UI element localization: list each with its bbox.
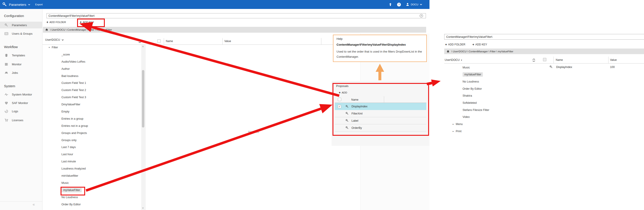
sidebar-collapse-button[interactable]: « [32, 202, 35, 207]
scroll-down-icon[interactable]: ∨ [142, 207, 144, 209]
tree-item[interactable]: Entries not in a group [42, 122, 140, 129]
proposal-row[interactable]: FilterXml [335, 110, 426, 117]
key-row[interactable]: DisplayIndex 100 [541, 64, 644, 70]
tree-item[interactable]: _score [42, 51, 140, 58]
tree-item[interactable]: Author [42, 65, 140, 72]
tree-item[interactable]: Last minute [42, 158, 140, 165]
tree-item[interactable]: minValuefilter [42, 172, 140, 179]
breadcrumb-path[interactable]: \ User\DOCU \ ContentManager \ Filter \ … [452, 50, 513, 53]
tree-node-filter[interactable]: ▾ Filter [42, 44, 140, 51]
tree-item-selected[interactable]: myValueFilter [444, 71, 534, 78]
tree-item[interactable]: Order By Editor [42, 201, 140, 208]
add-key-button[interactable]: + ADD KEY [80, 20, 94, 24]
tree-item[interactable]: DmyValueFilter [42, 101, 140, 108]
column-divider [164, 38, 164, 45]
home-icon[interactable] [446, 50, 450, 53]
proposal-row-selected[interactable]: ✓ DisplayIndex [335, 103, 426, 110]
column-divider [321, 38, 321, 45]
select-all-checkbox[interactable] [543, 58, 546, 61]
path-input[interactable] [444, 34, 644, 40]
tree-item[interactable]: Custom Field Test 3 [42, 94, 140, 101]
tree-item[interactable]: Audio/Video LoRes [42, 58, 140, 65]
tree-item[interactable]: Video [444, 113, 534, 121]
help-icon[interactable]: ? [397, 3, 401, 7]
tree-item[interactable]: Softdeleted [444, 99, 534, 106]
caret-right-icon[interactable]: ▸ [453, 130, 454, 132]
sidebar-item-label: SAF Monitor [12, 101, 28, 105]
sidebar-item-templates[interactable]: Templates [0, 52, 42, 59]
tree-item[interactable]: Music [444, 64, 534, 71]
pulse-icon [4, 93, 8, 96]
tree-root-dropdown[interactable]: User\DOCU [45, 38, 64, 41]
add-folder-button[interactable]: + ADD FOLDER [445, 43, 466, 46]
proposal-row[interactable]: OrderBy [335, 124, 426, 131]
sidebar-item-label: Jobs [12, 71, 18, 75]
path-input[interactable] [46, 13, 426, 18]
clear-input-icon[interactable]: × [420, 14, 423, 18]
column-divider [222, 38, 222, 45]
upload-arrow-icon[interactable] [388, 3, 392, 6]
tree-item[interactable]: Custom Field Test 2 [42, 87, 140, 94]
tree-item[interactable]: Bad loudness [42, 72, 140, 80]
tree-item[interactable]: Loudness Analyzed [42, 165, 140, 172]
tree-item[interactable]: Last hour [42, 151, 140, 158]
sidebar-item-monitor[interactable]: Monitor [0, 61, 42, 68]
breadcrumb-path[interactable]: \ User\DOCU \ ContentManager \ Filter \ … [50, 28, 112, 31]
tree-item[interactable]: Last 7 days [42, 144, 140, 151]
proposal-row[interactable]: Label [335, 117, 426, 124]
car-icon [4, 71, 8, 75]
sidebar-item-parameters[interactable]: Parameters [0, 22, 42, 28]
tree-item[interactable]: Stefans Filesize Filter [444, 106, 534, 114]
sidebar-item-logs[interactable]: Logs [0, 108, 42, 114]
add-folder-button[interactable]: + ADD FOLDER [46, 20, 66, 24]
column-header-value[interactable]: Value [610, 58, 617, 62]
scroll-up-icon[interactable]: ∧ [142, 45, 144, 48]
tree-item[interactable]: Custom Field Test 1 [42, 79, 140, 87]
sidebar-item-licenses[interactable]: Licenses [0, 117, 42, 123]
tree-root-dropdown[interactable]: User\DOCU ▾ [445, 58, 462, 62]
home-icon[interactable] [45, 28, 48, 31]
tree-node-menu[interactable]: ▸ Menu [444, 121, 534, 128]
tree-item[interactable]: Music [42, 179, 140, 186]
key-value: 100 [610, 66, 615, 69]
sidebar-item-users-groups[interactable]: Users & Groups [0, 30, 42, 37]
select-all-checkbox[interactable] [157, 39, 161, 43]
tree-item[interactable]: Groups only [42, 137, 140, 144]
tree-node-print[interactable]: ▸ Print [444, 128, 534, 135]
tree-item-selected[interactable]: myValueFilter [42, 186, 140, 194]
proposals-add-button[interactable]: + ADD [339, 91, 347, 94]
tree-item[interactable]: Shakira [444, 92, 534, 100]
chevron-down-icon[interactable] [28, 3, 30, 6]
sidebar-item-system-monitor[interactable]: System Monitor [0, 91, 42, 98]
tree-item[interactable]: No Loudness [42, 194, 140, 201]
proposal-name: DisplayIndex [352, 105, 368, 108]
proposals-select-all-checkbox[interactable] [338, 98, 341, 101]
column-header-name[interactable]: Name [166, 40, 173, 43]
plus-icon: + [445, 43, 447, 46]
tree-item[interactable]: Order By Editor [444, 85, 534, 92]
sidebar-item-saf-monitor[interactable]: SAF Monitor [0, 100, 42, 106]
tree-item[interactable]: Empty [42, 108, 140, 115]
row-checkbox-checked[interactable]: ✓ [338, 105, 341, 108]
app-logo-key-icon [2, 2, 7, 7]
tree-item[interactable]: Groups and Projects [42, 129, 140, 137]
caret-down-icon: ▾ [461, 59, 462, 61]
refresh-icon[interactable] [532, 58, 536, 62]
tree-item[interactable]: No Loudness [444, 78, 534, 85]
caret-right-icon[interactable]: ▸ [453, 123, 454, 125]
sidebar-item-label: Licenses [12, 119, 23, 122]
column-header-value[interactable]: Value [224, 40, 231, 43]
refresh-icon[interactable] [138, 40, 142, 43]
scrollbar-thumb[interactable] [142, 70, 144, 127]
sidebar-divider [0, 201, 42, 201]
user-menu[interactable]: DOCU [406, 3, 422, 6]
add-key-button[interactable]: + ADD KEY [472, 43, 487, 46]
parameters-tree: Music myValueFilter No Loudness Order By… [444, 64, 534, 135]
column-header-name[interactable]: Name [556, 58, 563, 62]
sidebar-item-jobs[interactable]: Jobs [0, 69, 42, 76]
caret-down-icon[interactable]: ▾ [49, 46, 50, 49]
tree-item[interactable]: Entries in a group [42, 115, 140, 122]
chip-icon [4, 54, 8, 57]
menu-export[interactable]: Export [35, 3, 43, 6]
tree-scrollbar[interactable]: ∧ ∨ [141, 45, 145, 210]
